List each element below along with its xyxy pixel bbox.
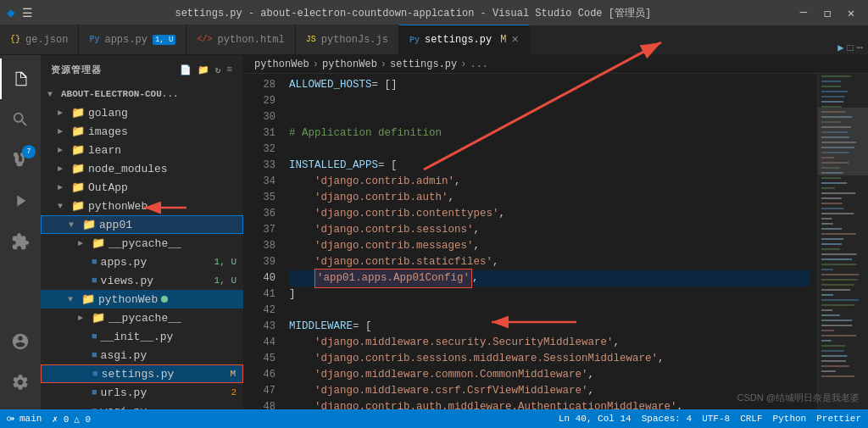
code-line-41: ]: [289, 286, 810, 303]
code-line-37: 'django.contrib.sessions',: [289, 222, 810, 238]
minimize-button[interactable]: ─: [793, 3, 814, 23]
item-label: node_modules: [88, 163, 168, 175]
tab-python-html[interactable]: </> python.html: [186, 25, 295, 54]
tree-item-pycache-1[interactable]: ► 📁 __pycache__: [41, 234, 243, 253]
tab-ge-json[interactable]: {} ge.json: [0, 25, 79, 54]
item-label: apps.py: [101, 256, 147, 269]
settings-icon[interactable]: [0, 362, 41, 403]
line-ending[interactable]: CRLF: [740, 414, 762, 424]
cursor-position[interactable]: Ln 40, Col 14: [559, 414, 632, 424]
tree-item-pythonweb[interactable]: ▼ 📁 pythonWeb: [41, 197, 243, 215]
close-button[interactable]: ✕: [841, 3, 861, 23]
tab-label: settings.py: [425, 34, 492, 46]
formatter[interactable]: Prettier: [816, 414, 861, 424]
tab-label: pythonJs.js: [321, 34, 388, 46]
refresh-icon[interactable]: ↻: [215, 64, 222, 75]
collapse-icon[interactable]: ≡: [226, 64, 233, 75]
tree-item-urls-py[interactable]: ■ urls.py 2: [41, 383, 243, 402]
spaces[interactable]: Spaces: 4: [642, 414, 692, 424]
error-icon: ✗ 0: [52, 414, 69, 425]
code-line-35: 'django.contrib.auth',: [289, 190, 810, 206]
py-file-icon: ■: [92, 387, 97, 397]
item-label: asgi.py: [101, 349, 147, 362]
arrow-icon: ►: [58, 146, 71, 155]
tab-settings-py[interactable]: Py settings.py M ×: [399, 25, 530, 54]
branch-icon[interactable]: ⚩: [7, 414, 14, 425]
tree-item-golang[interactable]: ► 📁 golang: [41, 103, 243, 122]
code-content[interactable]: ALLOWED_HOSTS = [] # Application definit…: [282, 74, 817, 409]
arrow-icon: ►: [78, 314, 92, 323]
code-line-38: 'django.contrib.messages',: [289, 238, 810, 254]
tab-pythonjs[interactable]: JS pythonJs.js: [296, 25, 399, 54]
activity-bar: 7: [0, 55, 41, 409]
run-debug-icon[interactable]: [0, 181, 41, 221]
run-icon[interactable]: ▶: [837, 42, 843, 54]
item-label: __init__.py: [101, 331, 174, 343]
editor-area: pythonWeb › pythonWeb › settings.py › ..…: [244, 55, 868, 409]
search-icon[interactable]: [0, 99, 41, 140]
tree-item-node-modules[interactable]: ► 📁 node_modules: [41, 159, 243, 178]
file-badge: 1, U: [214, 257, 243, 267]
tree-item-settings-py[interactable]: ■ settings.py M: [41, 364, 243, 383]
explorer-icon[interactable]: [0, 58, 41, 99]
new-file-icon[interactable]: 📄: [180, 64, 192, 75]
code-line-33: INSTALLED_APPS = [: [289, 158, 810, 174]
code-line-31: # Application definition: [289, 125, 810, 142]
code-line-28: ALLOWED_HOSTS = []: [289, 77, 810, 93]
breadcrumb-sep-2: ›: [381, 58, 387, 70]
language[interactable]: Python: [773, 414, 807, 424]
file-badge: 1, U: [214, 275, 243, 286]
arrow-icon: ►: [58, 108, 71, 118]
new-folder-icon[interactable]: 📁: [198, 64, 210, 75]
tree-root[interactable]: ▼ ABOUT-ELECTRON-COU...: [41, 85, 243, 103]
py-icon: Py: [89, 35, 99, 44]
branch-label: main: [19, 414, 42, 424]
title-bar: ◆ ☰ settings.py - about-electron-countdo…: [0, 0, 868, 25]
folder-icon: 📁: [92, 311, 105, 325]
tab-close-icon[interactable]: ×: [511, 33, 518, 47]
folder-icon: 📁: [81, 292, 95, 306]
tab-apps-py[interactable]: Py apps.py 1, U: [79, 25, 186, 54]
sidebar-title: 资源管理器: [51, 64, 102, 76]
tree-item-pythonweb-inner[interactable]: ▼ 📁 pythonWeb: [41, 290, 243, 308]
sidebar-header: 资源管理器 📄 📁 ↻ ≡: [41, 55, 243, 85]
py-file-icon: ■: [92, 275, 97, 286]
tree-item-app01[interactable]: ▼ 📁 app01: [41, 215, 243, 234]
vscode-icon: ◆: [7, 4, 15, 21]
line-numbers: 28 29 30 31 32 33 34 35 36 37 38 39 40 4…: [244, 74, 282, 409]
maximize-button[interactable]: ◻: [817, 3, 837, 23]
tree-item-asgi-py[interactable]: ■ asgi.py: [41, 346, 243, 364]
file-badge: 2: [231, 387, 243, 397]
code-container[interactable]: 28 29 30 31 32 33 34 35 36 37 38 39 40 4…: [244, 74, 868, 409]
encoding[interactable]: UTF-8: [702, 414, 730, 424]
tree-item-pycache-2[interactable]: ► 📁 __pycache__: [41, 308, 243, 327]
tree-item-apps-py[interactable]: ■ apps.py 1, U: [41, 253, 243, 271]
breadcrumb-part-1: pythonWeb: [254, 58, 309, 70]
folder-icon: 📁: [71, 162, 85, 175]
extensions-icon[interactable]: [0, 221, 41, 262]
hamburger-icon[interactable]: ☰: [22, 6, 33, 20]
more-icon[interactable]: ⋯: [857, 42, 863, 54]
activity-bar-bottom: [0, 321, 41, 409]
code-line-29: [289, 93, 810, 109]
tree-item-wsgi-py[interactable]: ■ wsgi.py: [41, 402, 243, 409]
html-icon: </>: [197, 35, 212, 44]
py-file-icon: ■: [92, 369, 98, 379]
tree-item-outapp[interactable]: ► 📁 OutApp: [41, 178, 243, 197]
account-icon[interactable]: [0, 321, 41, 362]
source-control-icon[interactable]: 7: [0, 140, 41, 181]
title-bar-right: ─ ◻ ✕: [793, 3, 861, 23]
sidebar-header-actions: 📄 📁 ↻ ≡: [180, 64, 233, 75]
split-icon[interactable]: □: [848, 42, 854, 54]
tree-item-images[interactable]: ► 📁 images: [41, 122, 243, 141]
item-label: settings.py: [102, 368, 175, 381]
tab-label: apps.py: [104, 34, 147, 46]
tree-item-views-py[interactable]: ■ views.py 1, U: [41, 271, 243, 290]
code-line-46: 'django.middleware.common.CommonMiddlewa…: [289, 367, 810, 383]
root-label: ABOUT-ELECTRON-COU...: [61, 89, 179, 99]
tree-item-init-py[interactable]: ■ __init__.py: [41, 327, 243, 346]
item-label: urls.py: [101, 386, 147, 399]
folder-icon: 📁: [71, 181, 85, 194]
tree-item-learn[interactable]: ► 📁 learn: [41, 141, 243, 159]
main-area: 7 资源管理器 📄 📁 ↻ ≡: [0, 55, 868, 409]
